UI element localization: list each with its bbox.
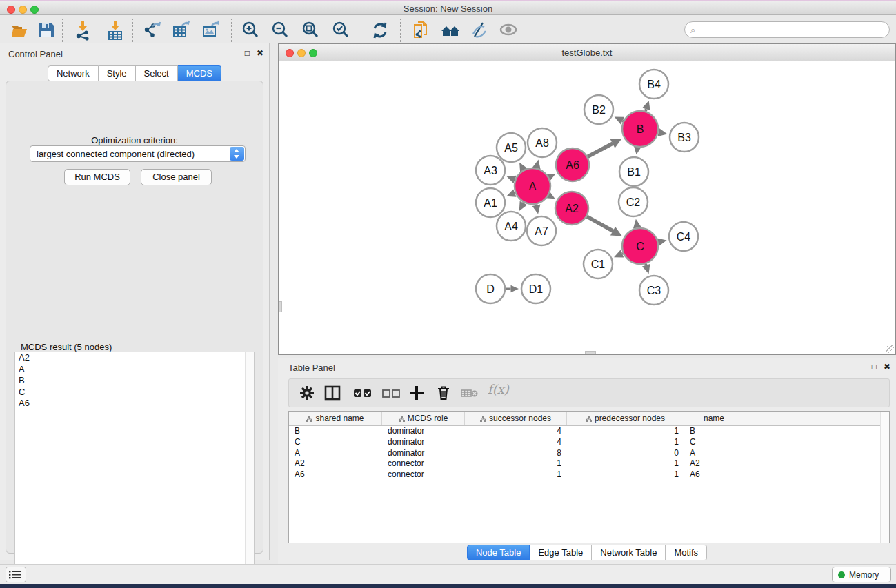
add-column-icon[interactable] — [408, 384, 426, 402]
table-row[interactable]: Cdominator41C — [289, 437, 889, 448]
toolbar-separator — [231, 19, 232, 42]
table-cell[interactable]: connector — [382, 458, 465, 469]
graph-node-label: B2 — [592, 104, 606, 116]
zoom-in-icon[interactable] — [240, 20, 261, 41]
table-cell[interactable]: 4 — [465, 437, 567, 448]
table-cell[interactable]: 1 — [465, 469, 567, 480]
network-window-titlebar[interactable]: testGlobe.txt — [279, 44, 895, 61]
graph-node-label: B3 — [677, 132, 691, 143]
result-list-scrollbar[interactable] — [245, 352, 254, 580]
table-row[interactable]: Bdominator41B — [289, 426, 889, 437]
criterion-dropdown[interactable]: largest connected component (directed) — [30, 145, 246, 162]
node-table[interactable]: shared nameMCDS rolesuccessor nodesprede… — [288, 411, 890, 543]
column-header-shared-name[interactable]: shared name — [289, 412, 382, 425]
table-cell[interactable]: C — [684, 437, 744, 448]
graph-edge-B-B4[interactable] — [646, 109, 646, 111]
graph-edge-A2-C[interactable] — [587, 216, 613, 231]
zoom-fit-icon[interactable] — [300, 20, 321, 41]
export-network-icon[interactable] — [142, 20, 163, 41]
export-image-icon[interactable] — [201, 20, 221, 41]
close-panel-icon[interactable]: ✖ — [257, 48, 263, 58]
close-panel-button[interactable]: Close panel — [141, 169, 212, 185]
zoom-selected-icon[interactable] — [330, 20, 351, 41]
memory-button[interactable]: Memory — [832, 567, 891, 582]
mcds-result-list[interactable]: A2ABCA6 — [14, 352, 255, 581]
close-panel-icon[interactable]: ✖ — [884, 362, 890, 372]
table-scrollbar[interactable] — [880, 412, 889, 543]
first-neighbors-icon[interactable] — [440, 20, 461, 41]
tab-motifs[interactable]: Motifs — [666, 545, 707, 560]
delete-column-icon[interactable] — [435, 384, 452, 402]
graph-edge-A6-B[interactable] — [588, 143, 613, 156]
table-cell[interactable]: 1 — [465, 458, 567, 469]
result-item[interactable]: A2 — [15, 352, 254, 364]
table-cell[interactable]: dominator — [382, 448, 465, 459]
splitter-handle-bottom[interactable] — [585, 351, 596, 354]
table-cell[interactable]: A2 — [684, 458, 744, 469]
table-cell[interactable]: 4 — [465, 426, 567, 437]
function-builder-icon[interactable]: f(x) — [488, 382, 509, 400]
hide-labels-icon[interactable] — [469, 20, 490, 41]
column-header-MCDS-role[interactable]: MCDS role — [382, 412, 465, 425]
result-item[interactable]: A6 — [15, 398, 254, 409]
column-view-icon[interactable] — [323, 384, 341, 402]
table-cell[interactable]: 1 — [567, 426, 684, 437]
splitter-handle-left[interactable] — [279, 301, 282, 312]
tab-edge-table[interactable]: Edge Table — [530, 545, 592, 560]
result-item[interactable]: C — [15, 387, 254, 398]
save-session-icon[interactable] — [36, 20, 57, 41]
table-cell[interactable]: A — [289, 448, 382, 459]
export-table-icon[interactable] — [171, 20, 192, 41]
table-cell[interactable]: 1 — [567, 469, 684, 480]
result-item[interactable]: B — [15, 375, 254, 387]
table-cell[interactable]: 0 — [567, 448, 684, 459]
table-row[interactable]: A2connector11A2 — [289, 458, 889, 469]
table-row[interactable]: Adominator80A — [289, 448, 889, 459]
table-cell[interactable]: 8 — [465, 448, 567, 459]
table-cell[interactable]: 1 — [567, 458, 684, 469]
zoom-out-icon[interactable] — [270, 20, 290, 41]
table-cell[interactable]: 1 — [567, 437, 684, 448]
select-all-icon[interactable] — [352, 384, 373, 402]
graph-edge-C-C3[interactable] — [646, 264, 646, 265]
table-cell[interactable]: dominator — [382, 426, 465, 437]
table-cell[interactable]: connector — [382, 469, 465, 480]
tab-style[interactable]: Style — [99, 65, 136, 81]
tab-mcds[interactable]: MCDS — [178, 65, 221, 81]
network-graph[interactable]: B4B2BB3A8A5A6B1A3AA1C2A2A4A7C4CC1C3DD1 — [279, 62, 895, 355]
import-table-icon[interactable] — [105, 20, 126, 41]
table-cell[interactable]: A — [684, 448, 744, 459]
table-cell[interactable]: B — [289, 426, 382, 437]
table-settings-gear-icon[interactable] — [298, 384, 316, 402]
network-canvas[interactable]: B4B2BB3A8A5A6B1A3AA1C2A2A4A7C4CC1C3DD1 — [279, 62, 895, 354]
table-cell[interactable]: B — [684, 426, 744, 437]
column-header-name[interactable]: name — [684, 412, 744, 425]
table-cell[interactable]: dominator — [382, 437, 465, 448]
float-panel-icon[interactable]: □ — [872, 362, 877, 372]
table-cell[interactable]: A6 — [684, 469, 744, 480]
table-cell[interactable]: A2 — [289, 458, 382, 469]
memory-status-icon — [838, 571, 845, 578]
clone-network-icon[interactable] — [411, 20, 432, 41]
tab-node-table[interactable]: Node Table — [467, 545, 530, 560]
column-header-predecessor-nodes[interactable]: predecessor nodes — [567, 412, 684, 425]
table-row[interactable]: A6connector11A6 — [289, 469, 889, 480]
run-mcds-button[interactable]: Run MCDS — [64, 169, 130, 185]
resize-grip-icon[interactable] — [886, 345, 894, 353]
delete-table-icon[interactable] — [460, 384, 479, 402]
refresh-icon[interactable] — [370, 20, 390, 41]
float-panel-icon[interactable]: □ — [245, 48, 250, 58]
show-graphics-icon[interactable] — [498, 20, 519, 41]
tab-network-table[interactable]: Network Table — [592, 545, 666, 560]
search-input[interactable]: ⌕ — [684, 21, 890, 38]
deselect-all-icon[interactable] — [381, 384, 401, 402]
import-network-icon[interactable] — [72, 20, 93, 41]
column-header-successor-nodes[interactable]: successor nodes — [465, 412, 567, 425]
result-item[interactable]: A — [15, 364, 254, 376]
table-cell[interactable]: C — [289, 437, 382, 448]
open-file-icon[interactable] — [10, 20, 30, 41]
tab-select[interactable]: Select — [136, 65, 178, 81]
table-cell[interactable]: A6 — [289, 469, 382, 480]
task-history-button[interactable] — [6, 567, 26, 582]
tab-network[interactable]: Network — [48, 65, 99, 81]
